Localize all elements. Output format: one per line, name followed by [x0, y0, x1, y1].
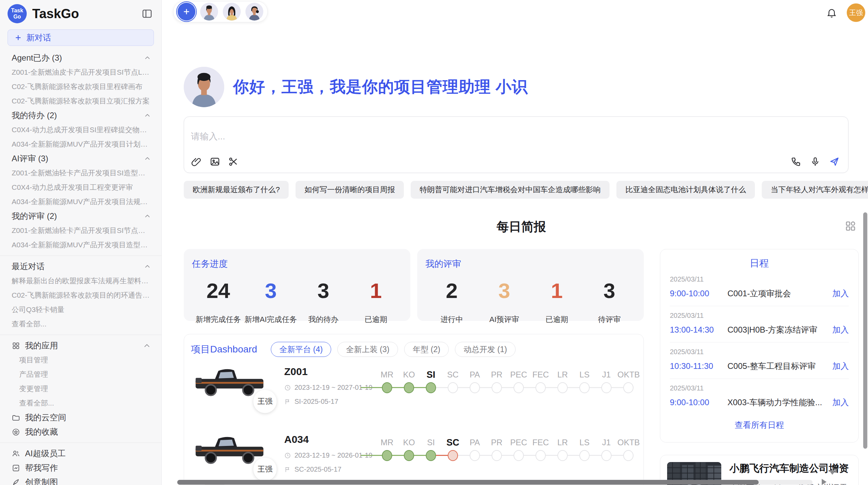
chevron-up-icon	[144, 54, 151, 62]
phone-icon[interactable]	[791, 156, 801, 167]
dashboard-tab-0[interactable]: 全新平台 (4)	[271, 342, 331, 357]
event-title: X003-车辆动力学性能验...	[727, 397, 827, 408]
sidebar-item[interactable]: 公司Q3轻卡销量	[0, 302, 161, 317]
sidebar-item[interactable]: C02-飞腾新能源轻客改款项目立项汇报方案	[0, 94, 161, 108]
dashboard-tab-1[interactable]: 全新上装 (3)	[337, 342, 398, 357]
sidebar-item-label: 产品管理	[19, 370, 48, 379]
milestone-label: SC	[442, 436, 464, 449]
sidebar-section-header-section-3[interactable]: 我的评审 (2)	[0, 209, 161, 223]
apps-launcher-icon[interactable]	[844, 220, 857, 232]
sidebar-section-header-section-0[interactable]: Agent已办 (3)	[0, 51, 161, 65]
milestone-KO: KO	[398, 436, 420, 462]
sidebar-item[interactable]: 变更管理	[0, 382, 161, 396]
view-all-apps[interactable]: 查看全部...	[0, 396, 161, 410]
sidebar-item-quill[interactable]: 创意制图	[0, 475, 161, 485]
paperclip-icon[interactable]	[191, 156, 202, 167]
assistant-avatar-large	[184, 67, 224, 107]
milestone-label: MR	[376, 369, 398, 381]
milestone-SI: SI	[420, 369, 442, 395]
dashboard-tab-2[interactable]: 年型 (2)	[404, 342, 449, 357]
project-row-A034: 王强A0342023-12-19 ~ 2026-01-19SC-2025-05-…	[191, 432, 637, 477]
project-milestone-date: SI-2025-05-17	[284, 398, 376, 406]
milestone-label: SC	[442, 369, 464, 381]
sidebar-item-cloud-folder[interactable]: 我的云空间	[0, 410, 161, 425]
vertical-scrollbar-thumb[interactable]	[863, 212, 867, 449]
sidebar-item[interactable]: C0X4-动力总成开发项目SI里程碑提交物检查	[0, 123, 161, 137]
section-title: Agent已办 (3)	[12, 52, 144, 63]
stat-cell: 3AI预评审	[478, 280, 530, 325]
sidebar-section-header-recent[interactable]: 最近对话	[0, 259, 161, 274]
sidebar-item[interactable]: Z001-全新燃油轻卡产品开发项目SI造型提交物评审	[0, 166, 161, 180]
stat-cell: 1已逾期	[531, 280, 583, 325]
sidebar-item-label: 项目管理	[19, 355, 48, 365]
sidebar-item[interactable]: Z001-全新燃油皮卡产品开发项目SI节点Lesson Learn报告	[0, 65, 161, 79]
suggestion-chip-2[interactable]: 特朗普可能对进口汽车增税会对中国车企造成哪些影响	[411, 181, 610, 199]
stat-label: 已逾期	[350, 314, 402, 325]
send-icon[interactable]	[829, 156, 840, 167]
sidebar-section-header-section-2[interactable]: AI评审 (3)	[0, 151, 161, 166]
sidebar-item-star-badge[interactable]: 我的收藏	[0, 425, 161, 439]
sidebar-item[interactable]: C02-飞腾新能源轻客改款项目里程碑画布	[0, 79, 161, 94]
event-time: 13:00-14:30	[670, 325, 727, 335]
stat-label: 新增完成任务	[192, 314, 244, 325]
sidebar-item[interactable]: C0X4-动力总成开发项目工程变更评审	[0, 180, 161, 195]
clock-icon	[284, 452, 291, 459]
project-dashboard-card: 项目Dashboard 全新平台 (4)全新上装 (3)年型 (2)动总开发 (…	[184, 334, 644, 485]
milestone-line	[612, 455, 623, 456]
microphone-icon[interactable]	[810, 156, 821, 167]
project-code: Z001	[284, 366, 376, 377]
suggestion-chip-0[interactable]: 欧洲新规最近颁布了什么?	[184, 181, 289, 199]
milestone-label: LS	[574, 436, 595, 449]
sidebar-item[interactable]: 解释最新出台的欧盟报废车法规再生塑料比例被调至15%...	[0, 274, 161, 288]
suggestion-chip-3[interactable]: 比亚迪全固态电池计划具体说了什么	[616, 181, 755, 199]
milestone-LS: LS	[574, 369, 595, 395]
horizontal-scrollbar-thumb[interactable]	[177, 480, 759, 485]
event-join-link[interactable]: 加入	[832, 361, 849, 372]
milestone-line	[546, 387, 557, 388]
view-all-recent[interactable]: 查看全部...	[0, 317, 161, 331]
milestone-line	[612, 387, 623, 388]
sidebar-item[interactable]: A034-全新新能源MUV产品开发项目造型可行性评审	[0, 238, 161, 252]
scissors-icon[interactable]	[228, 156, 239, 167]
sidebar-item[interactable]: Z001-全新燃油轻卡产品开发项目SI节点属性5D文件评审	[0, 223, 161, 238]
sidebar-item[interactable]: 项目管理	[0, 353, 161, 367]
suggestion-chip-4[interactable]: 当下年轻人对汽车外观有怎样的喜好趋势	[762, 181, 868, 199]
sidebar-item-my-apps[interactable]: 我的应用	[0, 338, 161, 353]
event-join-link[interactable]: 加入	[832, 397, 849, 408]
stat-value: 3	[583, 280, 636, 301]
project-code: A034	[284, 434, 376, 445]
event-join-link[interactable]: 加入	[832, 288, 849, 299]
event-join-link[interactable]: 加入	[832, 324, 849, 335]
milestone-FEC: FEC	[530, 436, 552, 462]
scroll-right-arrow-icon[interactable]	[822, 479, 827, 485]
dashboard-tab-3[interactable]: 动总开发 (1)	[455, 342, 516, 357]
sidebar-item[interactable]: 产品管理	[0, 367, 161, 382]
stats-grid: 2进行中3AI预评审1已逾期3待评审	[425, 280, 636, 325]
sidebar-item-people[interactable]: AI超级员工	[0, 446, 161, 461]
new-chat-button[interactable]: 新对话	[8, 29, 154, 46]
stat-value: 3	[478, 280, 530, 301]
stat-value: 24	[192, 280, 244, 301]
sidebar-item[interactable]: C02-飞腾新能源轻客改款项目的闭环通告反馈情况	[0, 288, 161, 302]
chevron-up-icon	[144, 263, 151, 270]
horizontal-scrollbar[interactable]	[177, 480, 812, 485]
sidebar-item-write[interactable]: 帮我写作	[0, 461, 161, 475]
right-column: 日程 2025/03/119:00-10:00C001-立项审批会加入2025/…	[660, 249, 859, 485]
image-icon[interactable]	[209, 156, 220, 167]
sidebar-item[interactable]: A034-全新新能源MUV产品开发项目计划变更表编写	[0, 137, 161, 151]
chevron-up-icon	[144, 212, 151, 220]
collapse-sidebar-icon[interactable]	[142, 8, 153, 19]
milestone-OKTB: OKTB	[617, 369, 639, 395]
sidebar-section-header-section-1[interactable]: 我的待办 (2)	[0, 108, 161, 123]
scroll-down-arrow-icon[interactable]	[829, 470, 836, 475]
view-all-schedule-link[interactable]: 查看所有日程	[670, 420, 849, 431]
milestone-dot-row	[617, 449, 639, 462]
sidebar-item[interactable]: A034-全新新能源MUV产品开发项目法规符合性评审	[0, 195, 161, 209]
message-input[interactable]	[191, 130, 841, 148]
milestone-line	[502, 455, 514, 456]
event-main: 9:00-10:00C001-立项审批会加入	[670, 288, 849, 299]
stat-label: AI预评审	[478, 314, 530, 325]
milestone-label: PR	[486, 369, 508, 381]
milestone-line	[502, 387, 514, 388]
suggestion-chip-1[interactable]: 如何写一份清晰的项目周报	[296, 181, 404, 199]
